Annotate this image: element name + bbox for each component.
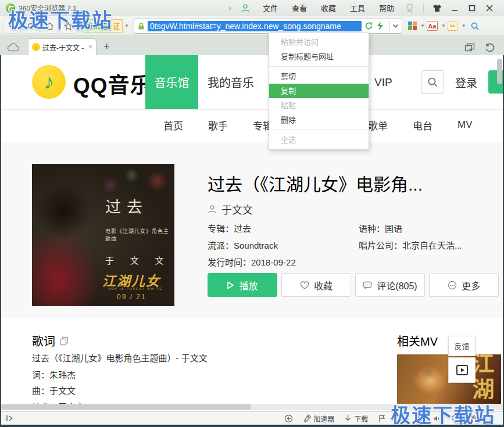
play-icon <box>227 281 234 289</box>
meta-label: 唱片公司：北京自在天浩... <box>359 239 462 256</box>
medal-badge-icon[interactable] <box>405 2 415 14</box>
cloud-sync-icon[interactable] <box>7 43 20 52</box>
screenshot-caret-icon[interactable]: ▼ <box>462 23 466 28</box>
login-link[interactable]: 登录 <box>455 55 477 109</box>
subnav-songlist[interactable]: 歌单 <box>368 110 388 140</box>
copy-lyrics-icon[interactable] <box>60 336 69 346</box>
subnav-mv[interactable]: MV <box>457 110 473 140</box>
nav-music-hall[interactable]: 音乐馆 <box>145 55 198 109</box>
ctx-delete[interactable]: 删除 <box>269 113 369 127</box>
menu-tools[interactable]: 工具 <box>343 2 372 13</box>
restore-tabs-icon[interactable] <box>464 43 475 52</box>
flag-report-icon[interactable] <box>378 414 386 422</box>
undo-closed-tab-icon[interactable] <box>484 43 495 52</box>
badge-caret-icon: ▼ <box>124 23 129 28</box>
lyrics-line-composer: 曲：于文文 <box>32 384 76 396</box>
window-frame-left <box>0 55 1 427</box>
search-tool-icon[interactable] <box>470 21 480 31</box>
apps-grid-icon[interactable] <box>408 21 417 30</box>
video-popout-button[interactable] <box>448 357 476 383</box>
accelerator-item[interactable]: 加速器 <box>303 414 334 424</box>
favorite-label: 收藏 <box>314 278 333 292</box>
new-tab-button[interactable]: + <box>103 40 110 53</box>
url-dropdown-chevron-icon[interactable] <box>392 24 399 28</box>
tab-title: 过去-于文文 - C <box>42 42 86 52</box>
song-artist-row[interactable]: 于文文 <box>208 202 253 217</box>
rocket-icon <box>303 414 311 422</box>
song-artist[interactable]: 于文文 <box>221 202 253 217</box>
ctx-copy-title-url[interactable]: 复制标题与网址 <box>269 49 369 64</box>
album-cover: 过去 电影《江湖儿女》角色主题曲 于 文 文 江湖儿女 ASH IS PURES… <box>32 164 174 306</box>
song-meta: 专辑：过去 语种：国语 流派：Soundtrack 唱片公司：北京自在天浩...… <box>208 222 462 272</box>
lyrics-line-title: 过去（《江湖儿女》电影角色主题曲）- 于文文 <box>32 351 208 364</box>
more-button[interactable]: 更多 <box>429 273 499 297</box>
toolbar-overflow-chevron-icon[interactable]: › <box>229 3 231 12</box>
menu-help[interactable]: 帮助 <box>372 2 401 13</box>
lyrics-line-lyricist: 词：朱玮杰 <box>32 368 76 381</box>
video-play-icon <box>456 364 469 376</box>
page-vertical-scrollbar[interactable] <box>497 59 502 84</box>
meta-genre: 流派：Soundtrack <box>208 239 359 256</box>
nav-my-music[interactable]: 我的音乐 <box>208 55 254 109</box>
menu-file[interactable]: 文件 <box>256 2 285 13</box>
site-search-button[interactable] <box>421 70 444 94</box>
ctx-paste-and-go: 粘贴并访问 <box>269 35 369 49</box>
sidebar-expand-icon[interactable] <box>6 415 14 422</box>
skin-icon[interactable] <box>428 2 446 14</box>
maximize-button[interactable] <box>463 2 481 14</box>
subnav-home[interactable]: 首页 <box>163 110 183 140</box>
menu-favorites[interactable]: 收藏 <box>314 2 343 13</box>
play-button[interactable]: 播放 <box>208 273 277 297</box>
minimize-button[interactable] <box>446 2 463 14</box>
download-item[interactable]: 下载 <box>344 414 368 424</box>
ctx-select-all: 全选 <box>269 132 369 147</box>
lock-icon <box>137 22 145 30</box>
favorite-button[interactable]: 收藏 <box>281 273 351 297</box>
accelerator-label: 加速器 <box>313 414 334 424</box>
download-label: 下载 <box>354 414 368 424</box>
close-button[interactable] <box>481 2 498 14</box>
floating-widget: 反馈 <box>448 336 476 383</box>
qq-music-favicon: ♪ <box>32 43 40 51</box>
font-size-tool-icon[interactable]: Aa <box>427 21 438 31</box>
cover-movie-title-en: ASH IS PUREST WHITE <box>108 287 162 290</box>
meta-album: 专辑：过去 <box>208 222 359 239</box>
browser-window: 360安全浏览器 7.1 › 文件 查看 收藏 工具 帮助 <box>0 0 504 427</box>
menu-separator <box>269 66 369 67</box>
cover-title: 过去 <box>105 195 174 217</box>
speed-bolt-icon[interactable] <box>377 21 384 30</box>
play-label: 播放 <box>239 278 258 292</box>
ctx-cut[interactable]: 剪切 <box>269 69 369 84</box>
meta-language: 语种：国语 <box>359 222 462 239</box>
page-refresh-icon[interactable] <box>364 21 373 30</box>
ctx-copy[interactable]: 复制 <box>269 84 369 98</box>
tab-close-icon[interactable]: × <box>88 43 92 51</box>
ctx-paste: 粘贴 <box>269 98 369 113</box>
url-text-selected[interactable]: 0tsgvW.html#stat=y_new.index.new_song.so… <box>148 21 362 31</box>
song-title: 过去（《江湖儿女》电影角... <box>208 170 423 196</box>
screenshot-tool-icon[interactable]: ✂ <box>448 21 458 31</box>
browser-tab-active[interactable]: ♪ 过去-于文文 - C × <box>28 38 96 55</box>
qq-music-logo-text[interactable]: QQ音乐 <box>73 68 152 99</box>
user-account-icon[interactable] <box>241 3 250 13</box>
font-caret-icon[interactable]: ▼ <box>441 23 446 28</box>
lyrics-heading: 歌词 <box>32 332 55 349</box>
related-mv-heading: 相关MV <box>397 332 438 349</box>
context-menu: 粘贴并访问 复制标题与网址 剪切 复制 粘贴 删除 全选 <box>269 32 369 150</box>
menu-separator <box>269 130 369 130</box>
web-page: ♪ QQ音乐 音乐馆 我的音乐 VIP 登录 首页 歌手 专辑 歌单 电台 MV <box>0 55 504 411</box>
feedback-button[interactable]: 反馈 <box>448 336 476 356</box>
qq-music-logo-icon[interactable]: ♪ <box>32 65 66 99</box>
subnav-singer[interactable]: 歌手 <box>208 110 228 140</box>
comment-icon <box>363 281 372 289</box>
menu-view[interactable]: 查看 <box>285 2 314 13</box>
address-bar[interactable]: 0tsgvW.html#stat=y_new.index.new_song.so… <box>134 19 402 34</box>
subnav-radio[interactable]: 电台 <box>413 110 432 140</box>
comment-button[interactable]: 评论(805) <box>355 273 425 297</box>
game-mode-icon[interactable] <box>284 414 293 423</box>
apps-caret-icon[interactable]: ▼ <box>420 23 425 28</box>
site-subnav: 首页 歌手 专辑 歌单 电台 MV <box>0 109 504 139</box>
nav-vip[interactable]: VIP <box>374 55 392 109</box>
tab-bar: ♪ 过去-于文文 - C × + <box>0 36 504 55</box>
watermark-top-left: 极速下载站 <box>8 5 113 33</box>
